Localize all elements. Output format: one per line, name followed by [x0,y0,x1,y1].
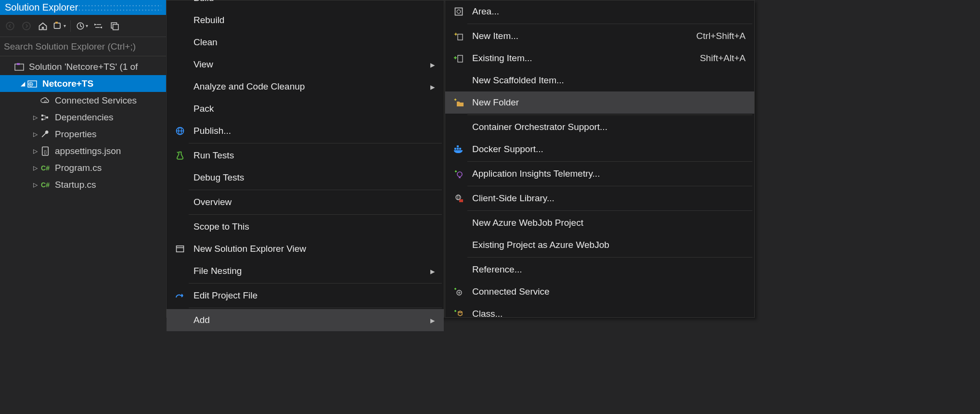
existitem-icon [445,53,472,63]
tree-item-properties[interactable]: ▷ Properties [0,126,166,142]
tree-item-startup-cs[interactable]: ▷ C# Startup.cs [0,176,166,193]
menu-item-file-nesting[interactable]: File Nesting [167,260,444,282]
menu-item-label: New Azure WebJob Project [472,218,746,228]
tree-item-appsettings[interactable]: ▷ {} appsettings.json [0,142,166,159]
menu-item-new-folder[interactable]: New Folder [445,91,754,114]
menu-separator [189,143,442,143]
menu-item-existing-item[interactable]: Existing Item...Shift+Alt+A [445,47,754,69]
menu-item-connected-service[interactable]: Connected Service [445,281,754,303]
svg-rect-12 [41,115,43,116]
menu-item-label: Overview [193,197,435,207]
svg-point-28 [457,172,462,177]
menu-item-label: New Scaffolded Item... [472,75,746,86]
tree-item-label: Startup.cs [55,180,96,190]
menu-item-label: Docker Support... [472,144,746,155]
panel-title-text: Solution Explorer [5,2,78,13]
tree-item-dependencies[interactable]: ▷ Dependencies [0,109,166,126]
json-file-icon: {} [39,146,51,156]
submenu-arrow-icon [427,81,435,92]
menu-item-scope-to-this[interactable]: Scope to This [167,216,444,238]
menu-item-label: New Folder [472,97,746,108]
menu-item-analyze-and-code-cleanup[interactable]: Analyze and Code Cleanup [167,76,444,98]
svg-rect-8 [17,63,20,65]
project-label: Netcore+TS [42,78,93,89]
project-node[interactable]: ◢ Netcore+TS [0,75,166,92]
menu-item-label: Existing Item... [472,53,690,64]
menu-separator [189,308,442,308]
menu-item-pack[interactable]: Pack [167,98,444,120]
menu-item-overview[interactable]: Overview [167,191,444,213]
menu-item-client-side-library[interactable]: Client-Side Library... [445,187,754,209]
tree-item-label: Program.cs [55,163,102,173]
menu-item-rebuild[interactable]: Rebuild [167,9,444,31]
svg-point-1 [23,22,30,30]
class-icon [445,309,472,319]
menu-item-label: Add [193,315,427,325]
menu-separator [467,24,752,24]
menu-item-new-solution-explorer-view[interactable]: New Solution Explorer View [167,238,444,260]
menu-item-new-item[interactable]: New Item...Ctrl+Shift+A [445,25,754,47]
sync-views-button[interactable] [52,19,66,33]
menu-item-label: Publish... [193,126,435,136]
menu-item-debug-tests[interactable]: Debug Tests [167,167,444,189]
solution-node[interactable]: ▶ Solution 'Netcore+TS' (1 of [0,58,166,75]
tree-item-label: appsettings.json [55,146,121,156]
menu-item-build[interactable]: Build [167,0,444,9]
collapse-all-button[interactable] [107,19,122,33]
panel-title-bar[interactable]: Solution Explorer ::::::::::::::::::::::… [0,0,166,15]
menu-item-label: Scope to This [193,221,435,232]
menu-item-run-tests[interactable]: Run Tests [167,144,444,167]
menu-item-class[interactable]: Class... [445,303,754,325]
submenu-arrow-icon [427,59,435,70]
svg-rect-6 [113,24,118,29]
csharp-file-icon: C# [39,164,51,172]
tree-item-connected-services[interactable]: ▶ Connected Services [0,92,166,109]
menu-item-label: Clean [193,37,435,48]
pending-changes-button[interactable] [75,19,89,33]
menu-item-add[interactable]: Add [167,309,444,331]
menu-item-label: File Nesting [193,266,427,276]
newfolder-icon [445,98,472,107]
panel-grip: :::::::::::::::::::::::::::: [78,2,161,13]
sync-active-doc-button[interactable] [91,19,105,33]
svg-text:{}: {} [44,150,47,155]
wrench-icon [39,129,51,139]
menu-item-shortcut: Ctrl+Shift+A [696,31,746,41]
tree-item-label: Properties [55,129,97,140]
svg-rect-13 [41,118,43,120]
menu-item-existing-project-as-azure-webjob[interactable]: Existing Project as Azure WebJob [445,234,754,256]
submenu-arrow-icon [427,315,435,326]
tree-item-program-cs[interactable]: ▷ C# Program.cs [0,159,166,176]
menu-item-new-azure-webjob-project[interactable]: New Azure WebJob Project [445,212,754,234]
globe-icon [167,126,193,136]
search-input[interactable] [0,37,166,56]
search-box[interactable] [0,37,166,56]
menu-item-new-scaffolded-item[interactable]: New Scaffolded Item... [445,69,754,91]
menu-item-application-insights-telemetry[interactable]: Application Insights Telemetry... [445,163,754,185]
solution-explorer-panel: Solution Explorer ::::::::::::::::::::::… [0,0,166,414]
menu-separator [467,161,752,162]
menu-item-edit-project-file[interactable]: Edit Project File [167,285,444,307]
svg-rect-26 [459,148,461,150]
menu-item-view[interactable]: View [167,53,444,76]
svg-rect-22 [458,34,463,40]
svg-rect-25 [457,148,459,150]
svg-rect-31 [459,199,463,202]
menu-item-label: Build [193,0,435,3]
nav-back-button[interactable] [3,19,17,33]
menu-item-reference[interactable]: Reference... [445,259,754,281]
dependencies-icon [39,114,51,121]
nav-forward-button[interactable] [19,19,34,33]
clientlib-icon [445,194,472,203]
menu-separator [189,214,442,215]
menu-item-label: View [193,59,427,70]
toolbar-separator [70,20,71,32]
menu-item-container-orchestrator-support[interactable]: Container Orchestrator Support... [445,116,754,138]
menu-item-docker-support[interactable]: Docker Support... [445,138,754,160]
menu-separator [467,257,752,258]
menu-item-area[interactable]: Area... [445,0,754,23]
svg-rect-19 [177,246,184,252]
menu-item-publish[interactable]: Publish... [167,120,444,142]
menu-item-clean[interactable]: Clean [167,31,444,53]
home-button[interactable] [36,19,50,33]
